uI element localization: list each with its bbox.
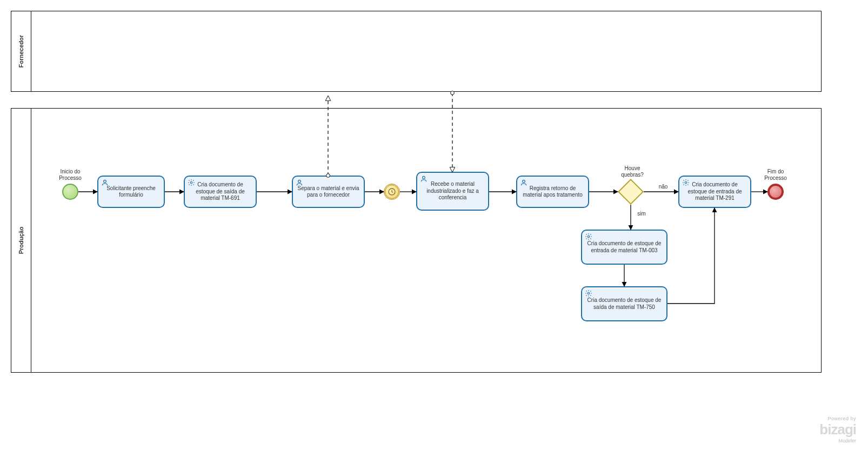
branch-yes-label: sim (633, 211, 650, 217)
svg-point-1 (190, 181, 192, 184)
task-recebe-confere: Recebe o material industrializado e faz … (416, 172, 489, 211)
end-event (767, 184, 784, 200)
task-tm-691: Cria documento de estoque de saída de ma… (184, 176, 257, 208)
svg-point-5 (523, 180, 525, 183)
task-label: Cria documento de estoque de saída de ma… (585, 297, 663, 311)
pool-header-fornecedor: Fornecedor (11, 11, 31, 91)
task-label: Cria documento de estoque de entrada de … (683, 181, 747, 202)
user-icon (101, 179, 109, 186)
task-tm-003: Cria documento de estoque de entrada de … (581, 230, 667, 265)
end-event-label: Fim do Processo (759, 169, 792, 181)
branch-no-label: não (655, 184, 671, 190)
user-icon (420, 175, 428, 183)
pool-label-fornecedor: Fornecedor (18, 35, 24, 68)
branding-logo: Powered by bizagi Modeler (819, 416, 856, 443)
task-label: Recebe o material industrializado e faz … (420, 181, 485, 201)
svg-point-2 (298, 180, 301, 183)
svg-point-4 (423, 176, 425, 179)
brand-name: bizagi (819, 421, 856, 438)
user-icon (296, 179, 303, 186)
clock-icon (388, 187, 396, 196)
pool-label-producao: Produção (18, 227, 24, 254)
svg-point-8 (587, 292, 590, 294)
task-label: Separa o material e envia para o fornece… (296, 185, 360, 199)
user-icon (520, 179, 528, 186)
pool-fornecedor: Fornecedor (11, 11, 822, 92)
task-label: Cria documento de estoque de saída de ma… (188, 181, 252, 202)
pool-producao: Produção (11, 108, 822, 373)
task-registra-retorno: Registra retorno de material apos tratam… (516, 176, 589, 208)
product-name: Modeler (819, 438, 856, 443)
start-event-label: Inicio do Processo (54, 169, 86, 181)
task-tm-291: Cria documento de estoque de entrada de … (678, 176, 751, 208)
task-preenche-formulario: Solicitante preenche formulário (97, 176, 165, 208)
pool-header-producao: Produção (11, 109, 31, 372)
gateway-question-label: Houve quebras? (616, 165, 649, 178)
task-label: Cria documento de estoque de entrada de … (585, 240, 663, 254)
start-event (62, 184, 78, 200)
svg-point-7 (587, 235, 590, 238)
task-label: Registra retorno de material apos tratam… (520, 185, 585, 199)
bpmn-canvas: Fornecedor Produção Inicio do Processo S… (0, 0, 868, 451)
powered-by-label: Powered by (819, 416, 856, 421)
task-separa-envia: Separa o material e envia para o fornece… (292, 176, 365, 208)
svg-point-0 (104, 180, 106, 183)
timer-event (384, 184, 400, 200)
svg-point-6 (685, 181, 687, 184)
task-tm-750: Cria documento de estoque de saída de ma… (581, 286, 667, 321)
gear-icon (682, 179, 690, 186)
gear-icon (585, 233, 592, 240)
gear-icon (585, 290, 592, 297)
gear-icon (188, 179, 195, 186)
task-label: Solicitante preenche formulário (102, 185, 161, 199)
